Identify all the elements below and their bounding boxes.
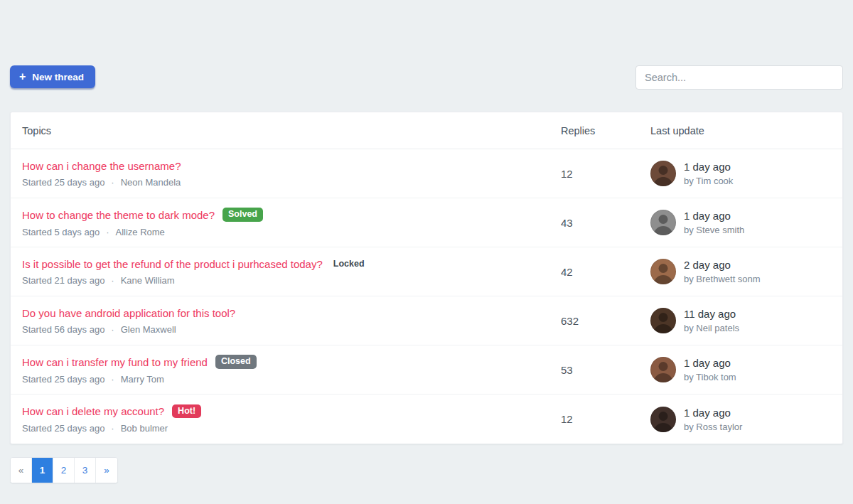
pagination: « 1 2 3 » (10, 457, 118, 483)
thread-title-link[interactable]: How can i transfer my fund to my friend (22, 356, 208, 368)
thread-meta: Started 25 days ago · Bob bulmer (22, 423, 549, 434)
toolbar: + New thread (10, 65, 843, 100)
column-header-topics: Topics (22, 125, 549, 136)
table-row: Do you have android application for this… (11, 296, 842, 345)
table-header-row: Topics Replies Last update (11, 112, 842, 149)
table-row: How to change the theme to dark mode? So… (11, 198, 842, 247)
update-time: 1 day ago (684, 357, 736, 369)
thread-author: Neon Mandela (121, 177, 181, 188)
new-thread-label: New thread (32, 72, 84, 82)
avatar (650, 210, 676, 235)
reply-count: 43 (549, 217, 638, 229)
dot-separator: · (111, 275, 114, 286)
avatar (650, 259, 676, 284)
avatar (650, 161, 676, 186)
update-time: 1 day ago (684, 407, 742, 419)
column-header-last-update: Last update (638, 125, 831, 136)
update-time: 1 day ago (684, 210, 744, 222)
search-input[interactable] (635, 65, 843, 90)
reply-count: 53 (549, 364, 638, 376)
last-update-cell: 1 day ago by Steve smith (638, 210, 831, 235)
solved-badge: Solved (222, 208, 263, 222)
thread-meta: Started 56 days ago · Glen Maxwell (22, 324, 549, 335)
closed-badge: Closed (215, 355, 257, 369)
table-row: Is it possible to get the refund of the … (11, 247, 842, 296)
pagination-next[interactable]: » (96, 458, 117, 483)
thread-title-link[interactable]: Do you have android application for this… (22, 307, 235, 319)
thread-meta: Started 5 days ago · Allize Rome (22, 227, 549, 237)
table-row: How can i delete my account? Hot! Starte… (11, 395, 842, 444)
thread-started: Started 21 days ago (22, 275, 104, 286)
reply-count: 12 (549, 413, 638, 425)
dot-separator: · (111, 177, 114, 188)
column-header-replies: Replies (549, 125, 638, 136)
dot-separator: · (106, 227, 109, 237)
thread-started: Started 56 days ago (22, 324, 104, 335)
pagination-page-2[interactable]: 2 (53, 458, 75, 483)
thread-meta: Started 25 days ago · Neon Mandela (22, 177, 549, 188)
topic-cell: Is it possible to get the refund of the … (22, 258, 549, 286)
reply-count: 42 (549, 266, 638, 278)
last-update-cell: 1 day ago by Tibok tom (638, 357, 831, 382)
table-row: How can i transfer my fund to my friend … (11, 345, 842, 395)
update-author: by Neil patels (684, 323, 739, 333)
dot-separator: · (111, 324, 114, 335)
update-author: by Ross taylor (684, 422, 742, 432)
locked-label: Locked (333, 259, 365, 269)
thread-started: Started 25 days ago (22, 177, 104, 188)
update-author: by Tibok tom (684, 372, 736, 382)
update-author: by Brethwett sonm (684, 274, 761, 284)
hot-badge: Hot! (172, 404, 201, 419)
update-author: by Tim cook (684, 176, 733, 186)
thread-started: Started 25 days ago (22, 423, 104, 434)
topic-cell: How can i transfer my fund to my friend … (22, 355, 549, 385)
thread-author: Glen Maxwell (121, 324, 176, 335)
avatar (650, 407, 676, 432)
pagination-page-1[interactable]: 1 (32, 458, 53, 483)
threads-table: Topics Replies Last update How can i cha… (10, 112, 843, 444)
topic-cell: How can i change the username? Started 2… (22, 160, 549, 188)
topic-cell: How can i delete my account? Hot! Starte… (22, 404, 549, 434)
thread-started: Started 5 days ago (22, 227, 100, 237)
thread-title-link[interactable]: How can i change the username? (22, 160, 181, 172)
thread-started: Started 25 days ago (22, 374, 104, 385)
forum-page: + New thread Topics Replies Last update … (0, 0, 853, 483)
dot-separator: · (111, 423, 114, 434)
pagination-page-3[interactable]: 3 (75, 458, 96, 483)
thread-meta: Started 21 days ago · Kane William (22, 275, 549, 286)
last-update-cell: 1 day ago by Tim cook (638, 161, 831, 186)
plus-icon: + (19, 71, 26, 82)
topic-cell: How to change the theme to dark mode? So… (22, 208, 549, 237)
dot-separator: · (111, 374, 114, 385)
last-update-cell: 11 day ago by Neil patels (638, 308, 831, 333)
thread-title-link[interactable]: How can i delete my account? (22, 405, 164, 417)
update-time: 11 day ago (684, 308, 739, 320)
last-update-cell: 2 day ago by Brethwett sonm (638, 259, 831, 284)
reply-count: 632 (549, 315, 638, 327)
last-update-cell: 1 day ago by Ross taylor (638, 407, 831, 432)
avatar (650, 308, 676, 333)
reply-count: 12 (549, 168, 638, 180)
thread-title-link[interactable]: Is it possible to get the refund of the … (22, 258, 323, 270)
topic-cell: Do you have android application for this… (22, 307, 549, 335)
update-author: by Steve smith (684, 225, 744, 235)
thread-author: Marry Tom (121, 374, 164, 385)
avatar (650, 357, 676, 382)
thread-meta: Started 25 days ago · Marry Tom (22, 374, 549, 385)
thread-author: Allize Rome (115, 227, 164, 237)
update-time: 2 day ago (684, 259, 761, 271)
update-time: 1 day ago (684, 161, 733, 173)
new-thread-button[interactable]: + New thread (10, 65, 95, 88)
pagination-prev[interactable]: « (11, 458, 32, 483)
thread-title-link[interactable]: How to change the theme to dark mode? (22, 209, 215, 221)
thread-author: Bob bulmer (121, 423, 168, 434)
thread-author: Kane William (121, 275, 175, 286)
table-row: How can i change the username? Started 2… (11, 149, 842, 198)
